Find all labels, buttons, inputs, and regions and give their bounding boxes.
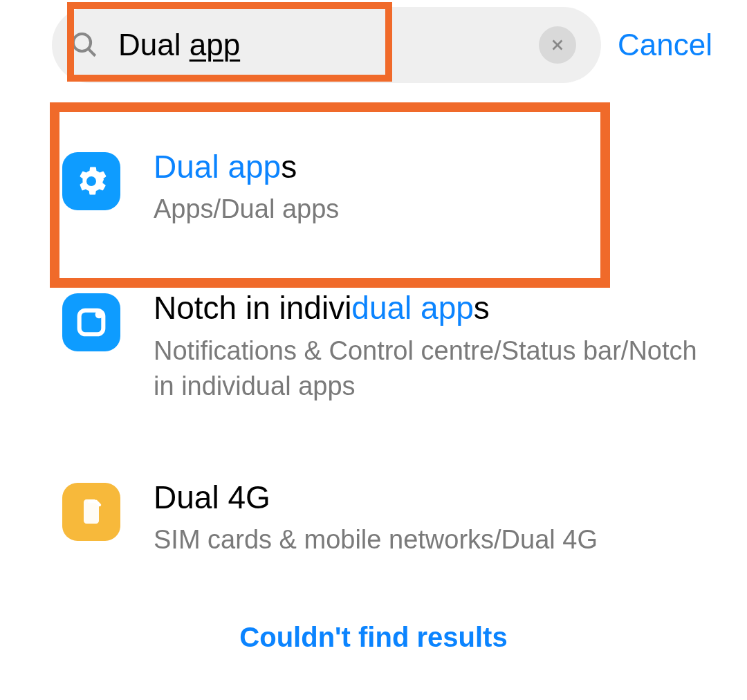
close-icon: [550, 37, 565, 53]
search-result-dual-4g[interactable]: Dual 4G SIM cards & mobile networks/Dual…: [0, 437, 747, 591]
search-result-dual-apps[interactable]: Dual apps Apps/Dual apps: [0, 90, 747, 268]
search-query-text: Dual app: [118, 28, 539, 62]
no-results-link[interactable]: Couldn't find results: [0, 591, 747, 653]
result-path: Apps/Dual apps: [154, 192, 719, 227]
search-icon: [70, 30, 99, 59]
result-title: Dual apps: [154, 148, 719, 186]
gear-icon: [62, 152, 120, 210]
svg-point-5: [95, 311, 103, 319]
search-results-list: Dual apps Apps/Dual apps Notch in indivi…: [0, 90, 747, 591]
notch-icon: [62, 293, 120, 351]
sim-icon: [62, 483, 120, 541]
search-field[interactable]: Dual app: [52, 7, 601, 83]
result-path: SIM cards & mobile networks/Dual 4G: [154, 522, 719, 558]
cancel-button[interactable]: Cancel: [618, 28, 719, 62]
result-title: Dual 4G: [154, 479, 719, 517]
search-result-notch-individual-apps[interactable]: Notch in individual apps Notifications &…: [0, 268, 747, 437]
search-bar-row: Dual app Cancel: [0, 0, 747, 90]
svg-line-1: [89, 49, 95, 56]
result-title: Notch in individual apps: [154, 289, 719, 327]
clear-search-button[interactable]: [539, 26, 576, 64]
svg-point-0: [73, 34, 91, 51]
result-path: Notifications & Control centre/Status ba…: [154, 333, 719, 405]
